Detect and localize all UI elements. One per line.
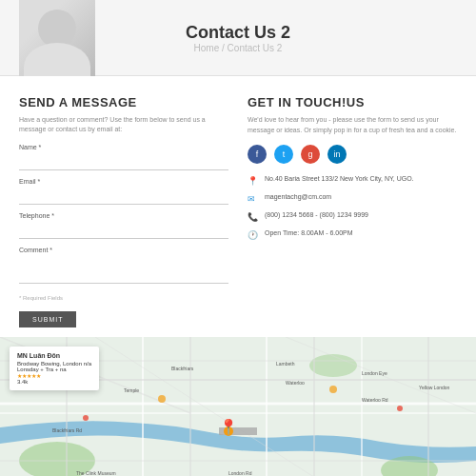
google-icon[interactable]: g [301,145,320,164]
required-note: * Required Fields [19,295,228,301]
map-info-card: MN Luân Đôn Brodway Bowing, London n/a L… [10,347,99,390]
map-card-title: MN Luân Đôn [17,352,91,359]
email-text: magentachg@cm.com [265,193,331,200]
linkedin-icon[interactable]: in [327,145,347,164]
telephone-label: Telephone * [19,212,228,219]
breadcrumb-separator: / [222,43,225,53]
hours-text: Open Time: 8.00AM - 6.00PM [265,229,353,236]
phone-item: 📞 (800) 1234 5668 - (800) 1234 9999 [248,211,457,222]
header-text: Contact Us 2 Home / Contact Us 2 [186,23,290,53]
breadcrumb-current: Contact Us 2 [228,43,283,53]
contact-heading: GET IN TOUCH!US [248,95,457,109]
svg-text:Blackfriars Rd: Blackfriars Rd [52,427,82,433]
svg-text:Waterloo Rd: Waterloo Rd [362,397,388,403]
svg-text:Waterloo: Waterloo [286,380,305,386]
twitter-icon[interactable]: t [274,145,293,164]
map-card-address: Brodway Bowing, London n/a [17,361,91,367]
phone-text: (800) 1234 5668 - (800) 1234 9999 [265,211,368,218]
page-title: Contact Us 2 [186,23,290,43]
social-icons-row: f t g in [248,145,457,164]
header-image [19,0,95,76]
svg-text:Blackfriars: Blackfriars [171,366,194,371]
map-section: Blackfriars Waterloo Temple London Eye B… [0,337,476,476]
form-heading: SEND A MESSAGE [19,95,228,109]
hours-item: 🕐 Open Time: 8.00AM - 6.00PM [248,229,457,240]
facebook-icon[interactable]: f [248,145,267,164]
form-section: SEND A MESSAGE Have a question or commen… [19,95,228,327]
telephone-input[interactable] [19,226,228,239]
page-header: Contact Us 2 Home / Contact Us 2 [0,0,476,76]
svg-text:The Clink Museum: The Clink Museum [76,470,116,476]
svg-text:London Eye: London Eye [362,370,387,376]
name-input[interactable] [19,157,228,170]
svg-point-25 [83,415,89,421]
email-input[interactable] [19,191,228,205]
map-pin: 📍 [219,418,238,436]
name-field-group: Name * [19,144,228,170]
svg-point-4 [309,354,357,377]
email-field-group: Email * [19,178,228,205]
contact-description: We'd love to hear from you - please use … [248,115,457,135]
svg-point-22 [158,395,166,403]
breadcrumb-home[interactable]: Home [194,43,220,53]
email-item: ✉ magentachg@cm.com [248,193,457,204]
svg-text:Yellow London: Yellow London [419,385,450,390]
email-label: Email * [19,178,228,185]
email-icon: ✉ [248,194,259,204]
main-content: SEND A MESSAGE Have a question or commen… [0,76,476,337]
name-label: Name * [19,144,228,150]
contact-section: GET IN TOUCH!US We'd love to hear from y… [248,95,457,327]
telephone-field-group: Telephone * [19,212,228,239]
breadcrumb: Home / Contact Us 2 [186,43,290,53]
map-placeholder: Blackfriars Waterloo Temple London Eye B… [0,337,476,476]
clock-icon: 🕐 [248,230,259,240]
map-card-rating: 3.4k [17,379,91,385]
phone-icon: 📞 [248,212,259,222]
location-icon: 📍 [248,176,259,186]
submit-button[interactable]: SUBMIT [19,311,76,327]
comment-input[interactable] [19,255,228,284]
svg-point-24 [397,406,403,411]
svg-text:London Rd: London Rd [228,470,252,476]
svg-text:Temple: Temple [124,387,139,393]
map-card-stars: ★★★★★ [17,372,91,379]
comment-field-group: Comment * [19,247,228,288]
svg-text:Lambeth: Lambeth [276,361,295,367]
address-item: 📍 No.40 Baria Street 133/2 New York City… [248,175,457,186]
form-description: Have a question or comment? Use the form… [19,115,228,134]
address-text: No.40 Baria Street 133/2 New York City, … [265,175,414,182]
svg-point-23 [329,386,337,393]
comment-label: Comment * [19,247,228,253]
